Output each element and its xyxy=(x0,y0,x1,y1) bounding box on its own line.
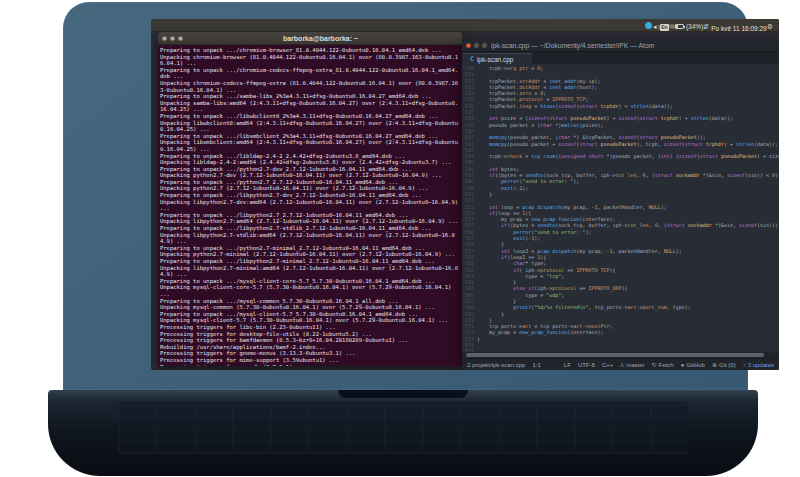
terminal-output-line: Preparing to unpack .../python2.7-minima… xyxy=(160,245,460,252)
status-left: 2.projekt/ipk-scan.cpp1:1 xyxy=(467,362,541,368)
git-branch-label: master xyxy=(626,362,644,368)
scrollbar-thumb[interactable] xyxy=(466,353,764,357)
maximize-icon[interactable] xyxy=(482,43,487,48)
terminal-output-line: Processing triggers for libc-bin (2.23-0… xyxy=(160,324,460,331)
editor-statusbar: 2.projekt/ipk-scan.cpp1:1 LFUTF-8C++Ymas… xyxy=(462,358,779,370)
terminal-output-line: Processing triggers for mime-support (3.… xyxy=(160,357,460,364)
tab-label: ipk-scan.cpp xyxy=(477,56,514,63)
close-icon[interactable] xyxy=(466,43,471,48)
terminal-output-line: Unpacking libpython2.7:amd64 (2.7.12-1ub… xyxy=(160,218,460,225)
terminal-output[interactable]: Preparing to unpack .../chromium-browser… xyxy=(158,45,462,366)
terminal-output-line: Processing triggers for man-db (2.7.5-1)… xyxy=(160,364,460,367)
terminal-output-line: Unpacking libpython2.7-stdlib:amd64 (2.7… xyxy=(160,232,460,245)
status-line-ending[interactable]: LF xyxy=(564,362,571,368)
volume[interactable]: ◄) xyxy=(652,21,660,34)
status-encoding[interactable]: UTF-8 xyxy=(578,362,595,368)
terminal-output-line: Processing triggers for desktop-file-uti… xyxy=(160,331,460,338)
terminal-output-line: Preparing to unpack .../mysql-common_5.7… xyxy=(160,298,460,305)
terminal-output-line: Unpacking libwbclient0:amd64 (2:4.3.11+d… xyxy=(160,120,460,133)
terminal-output-line: Preparing to unpack .../python2.7_2.7.12… xyxy=(160,179,460,186)
terminal-output-line: Unpacking chromium-browser (81.0.4044.12… xyxy=(160,54,460,67)
git-fetch-label: Fetch xyxy=(659,362,674,368)
terminal-output-line: Processing triggers for bamfdaemon (0.5.… xyxy=(160,337,460,344)
terminal-output-line: Unpacking chromium-codecs-ffmpeg-extra (… xyxy=(160,80,460,93)
terminal-output-line: Unpacking python2.7-minimal (2.7.12-1ubu… xyxy=(160,251,460,258)
terminal-output-line: Unpacking python2.7-dev (2.7.12-1ubuntu0… xyxy=(160,172,460,179)
battery-icon xyxy=(675,24,684,29)
c-file-icon: C xyxy=(470,55,474,63)
tab-ipk-scan[interactable]: C ipk-scan.cpp xyxy=(462,53,532,64)
terminal-output-line: Preparing to unpack .../libpython2.7_2.7… xyxy=(160,212,460,219)
close-icon[interactable] xyxy=(162,36,167,41)
terminal-titlebar[interactable]: barborka@barborka: ~ xyxy=(158,32,462,45)
file-path-label: 2.projekt/ipk-scan.cpp xyxy=(467,362,525,368)
status-file-path[interactable]: 2.projekt/ipk-scan.cpp xyxy=(467,362,525,368)
update-icon: ↑ xyxy=(743,362,746,368)
volume-icon: ◄) xyxy=(652,21,660,34)
clock[interactable]: Po kvě 11 16:09:29 xyxy=(709,22,767,35)
terminal-output-line: Unpacking libpython2.7-minimal:amd64 (2.… xyxy=(160,265,460,278)
battery-label: (34%) xyxy=(686,20,703,33)
terminal-output-line: Unpacking mysql-client-core-5.7 (5.7.30-… xyxy=(160,284,460,297)
laptop-lid: ◄)En✉(34%)⇵Po kvě 11 16:09:29⚙ barborka@… xyxy=(63,2,748,390)
cursor-position-label: 1:1 xyxy=(532,362,540,368)
terminal-output-line: Preparing to unpack .../mysql-client-cor… xyxy=(160,278,460,285)
branch-icon: Y xyxy=(620,362,624,368)
terminal-window-controls xyxy=(162,36,183,41)
laptop-keyboard xyxy=(118,402,688,454)
editor-title: ipk-scan.cpp — ~/Dokumenty/4.semester/IP… xyxy=(491,40,654,52)
terminal-output-line: Preparing to unpack .../libwbclient0_2%3… xyxy=(160,113,460,120)
github-label: GitHub xyxy=(686,362,705,368)
terminal-window: barborka@barborka: ~ Preparing to unpack… xyxy=(158,32,462,366)
session-menu[interactable]: ⚙ xyxy=(767,20,773,33)
git-icon: ⊕ xyxy=(712,361,717,368)
terminal-output-line: Processing triggers for gnome-menus (3.1… xyxy=(160,350,460,357)
editor-tabbar: C ipk-scan.cpp xyxy=(462,52,779,64)
sync-icon: ↻ xyxy=(652,361,657,368)
keyboard-layout-icon: En xyxy=(660,24,669,31)
terminal-output-line: Unpacking mysql-client-5.7 (5.7.30-0ubun… xyxy=(160,317,460,324)
laptop-base xyxy=(48,390,758,476)
telegram[interactable] xyxy=(645,22,652,29)
terminal-output-line: Preparing to unpack .../chromium-browser… xyxy=(160,47,460,54)
git-changes-label: Git (0) xyxy=(719,362,736,368)
terminal-output-line: Unpacking libldap-2.4-2:amd64 (2.4.42+df… xyxy=(160,159,460,166)
editor-titlebar[interactable]: ipk-scan.cpp — ~/Dokumenty/4.semester/IP… xyxy=(462,40,779,52)
status-git-changes[interactable]: ⊕Git (0) xyxy=(712,361,736,368)
terminal-output-line: Preparing to unpack .../samba-libs_2%3a4… xyxy=(160,93,460,100)
telegram-icon xyxy=(645,22,652,29)
minimize-icon[interactable] xyxy=(474,43,479,48)
grammar-label: C++ xyxy=(602,362,613,368)
editor-window-controls xyxy=(466,43,487,48)
laptop-hinge xyxy=(338,390,468,398)
encoding-label: UTF-8 xyxy=(578,362,595,368)
terminal-output-line: Unpacking libsmbclient:amd64 (2:4.3.11+d… xyxy=(160,139,460,152)
terminal-title: barborka@barborka: ~ xyxy=(183,32,458,45)
terminal-output-line: Unpacking libpython2.7-dev:amd64 (2.7.12… xyxy=(160,199,460,212)
terminal-output-line: Preparing to unpack .../python2.7-dev_2.… xyxy=(160,166,460,173)
github-icon: ● xyxy=(681,362,685,368)
laptop-screen: ◄)En✉(34%)⇵Po kvě 11 16:09:29⚙ barborka@… xyxy=(151,19,779,370)
status-cursor-position[interactable]: 1:1 xyxy=(532,362,540,368)
terminal-output-line: Unpacking mysql-common (5.7.30-0ubuntu0.… xyxy=(160,304,460,311)
minimize-icon[interactable] xyxy=(170,36,175,41)
code-editor[interactable]: 530 tcph->urg_ptr = 0;531532 tcpPacket.s… xyxy=(462,64,779,352)
clock-label: Po kvě 11 16:09:29 xyxy=(711,22,767,35)
terminal-output-line: Preparing to unpack .../chromium-codecs-… xyxy=(160,67,460,80)
terminal-output-line: Preparing to unpack .../mysql-client-5.7… xyxy=(160,311,460,318)
line-ending-label: LF xyxy=(564,362,571,368)
updates-label: 3 updates xyxy=(748,362,774,368)
status-github[interactable]: ●GitHub xyxy=(681,362,705,368)
terminal-output-line: Preparing to unpack .../libsmbclient_2%3… xyxy=(160,133,460,140)
terminal-output-line: Preparing to unpack .../libldap-2.4-2_2.… xyxy=(160,153,460,160)
horizontal-scrollbar[interactable] xyxy=(462,352,779,358)
status-updates[interactable]: ↑3 updates xyxy=(743,362,774,368)
keyboard-layout[interactable]: En xyxy=(660,24,669,31)
terminal-output-line: Preparing to unpack .../libpython2.7-dev… xyxy=(160,192,460,199)
terminal-output-line: Unpacking samba-libs:amd64 (2:4.3.11+dfs… xyxy=(160,100,460,113)
battery[interactable]: (34%) xyxy=(675,20,703,33)
status-git-fetch[interactable]: ↻Fetch xyxy=(652,361,674,368)
status-grammar[interactable]: C++ xyxy=(602,362,613,368)
terminal-output-line: Rebuilding /usr/share/applications/bamf-… xyxy=(160,344,460,351)
status-git-branch[interactable]: Ymaster xyxy=(620,362,644,368)
